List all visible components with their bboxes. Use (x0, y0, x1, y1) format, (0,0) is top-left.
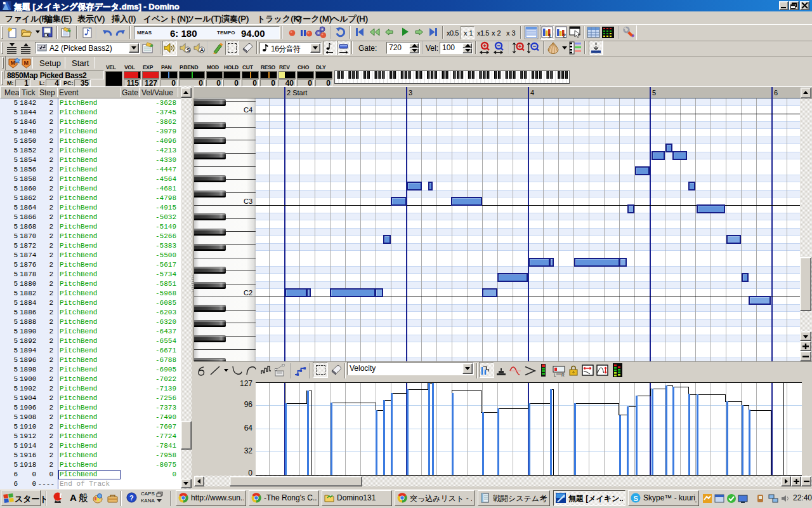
svg-text:L: L (554, 373, 556, 377)
svg-text:1: 1 (548, 32, 551, 39)
svg-text:2: 2 (563, 32, 566, 39)
svg-text:R: R (561, 373, 565, 377)
svg-text:M: M (11, 60, 16, 66)
svg-text:?: ? (129, 494, 134, 502)
svg-text:A: A (200, 47, 204, 53)
svg-text:M: M (24, 60, 29, 66)
svg-text:S: S (634, 495, 638, 502)
svg-text:S: S (187, 47, 190, 53)
